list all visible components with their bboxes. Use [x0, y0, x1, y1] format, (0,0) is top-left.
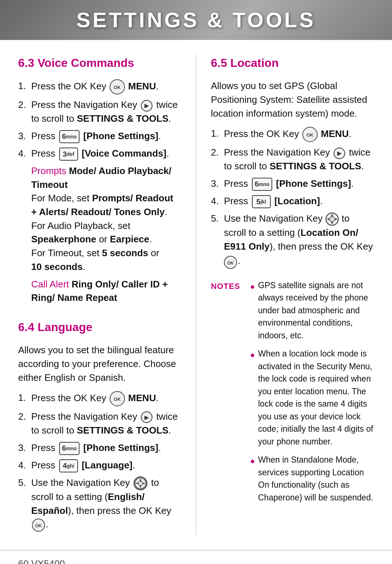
- kbd-6mno-2: 6mno: [59, 442, 80, 455]
- ok-key-small-2: OK: [224, 256, 237, 269]
- ok-key-icon: OK: [110, 79, 125, 94]
- step-64-3-text: Press 6mno [Phone Settings].: [31, 441, 161, 455]
- step-64-5-text: Use the Navigation Key to scroll to a se…: [31, 476, 181, 532]
- page-footer: 60 VX5400: [0, 550, 392, 564]
- main-content: 6.3 Voice Commands 1. Press the OK Key O…: [0, 40, 392, 550]
- note-bullet-2: ●: [250, 349, 258, 361]
- step-65-2-text: Press the Navigation Key ▶ twice to scro…: [224, 146, 374, 173]
- kbd-6mno-3: 6mno: [252, 178, 273, 191]
- step-63-1-text: Press the OK Key OK MENU.: [31, 79, 159, 94]
- ok-key-icon-3: OK: [302, 127, 318, 142]
- step-63-4-num: 4.: [18, 147, 31, 161]
- for-audio-text: For Audio Playback, setSpeakerphone or E…: [31, 220, 152, 245]
- step-65-4-text: Press 5jkl [Location].: [224, 194, 323, 208]
- column-divider: [196, 55, 196, 535]
- note-item-3: ● When in Standalone Mode, services supp…: [250, 454, 374, 504]
- step-63-1: 1. Press the OK Key OK MENU.: [18, 79, 181, 94]
- nav-key-icon-3: ▶: [334, 148, 345, 159]
- step-63-2-num: 2.: [18, 98, 31, 112]
- step-64-3-num: 3.: [18, 441, 31, 455]
- kbd-6mno: 6mno: [59, 130, 80, 143]
- note-item-2: ● When a location lock mode is activated…: [250, 347, 374, 448]
- section-65-intro: Allows you to set GPS (Global Positionin…: [211, 79, 374, 120]
- ok-key-icon-2: OK: [110, 391, 125, 406]
- step-65-5-text: Use the Navigation Key to scroll to a se…: [224, 212, 374, 269]
- section-64-intro: Allows you to set the bilingual feature …: [18, 343, 181, 384]
- page-number: 60 VX5400: [18, 558, 65, 564]
- step-64-2: 2. Press the Navigation Key ▶ twice to s…: [18, 410, 181, 437]
- notes-section: NOTES ● GPS satellite signals are not al…: [211, 279, 374, 510]
- step-65-1-num: 1.: [211, 127, 224, 141]
- step-64-1: 1. Press the OK Key OK MENU.: [18, 391, 181, 406]
- step-64-4: 4. Press 4ghi [Language].: [18, 459, 181, 472]
- notes-label: NOTES: [211, 279, 244, 510]
- step-65-2-num: 2.: [211, 146, 224, 160]
- step-63-3: 3. Press 6mno [Phone Settings].: [18, 129, 181, 143]
- step-65-3-text: Press 6mno [Phone Settings].: [224, 177, 354, 191]
- kbd-5jkl: 5jkl: [252, 195, 271, 208]
- svg-point-1: [138, 481, 143, 486]
- step-65-5-num: 5.: [211, 212, 224, 226]
- notes-items: ● GPS satellite signals are not always r…: [250, 279, 374, 510]
- step-63-2-text: Press the Navigation Key ▶ twice to scro…: [31, 98, 181, 125]
- step-63-3-text: Press 6mno [Phone Settings].: [31, 129, 161, 143]
- step-65-5: 5. Use the Navigation Key to scro: [211, 212, 374, 269]
- step-65-2: 2. Press the Navigation Key ▶ twice to s…: [211, 146, 374, 173]
- note-text-2: When a location lock mode is activated i…: [258, 347, 374, 448]
- note-bullet-1: ●: [250, 281, 258, 293]
- call-alert-block: Call Alert Ring Only/ Caller ID + Ring/ …: [31, 278, 181, 305]
- step-65-1: 1. Press the OK Key OK MENU.: [211, 127, 374, 142]
- nav-circle-key-1: [134, 476, 147, 490]
- right-column: 6.5 Location Allows you to set GPS (Glob…: [211, 55, 374, 535]
- step-64-5-num: 5.: [18, 476, 31, 490]
- kbd-4ghi: 4ghi: [59, 459, 78, 472]
- step-63-3-num: 3.: [18, 129, 31, 143]
- section-64-title: 6.4 Language: [18, 319, 181, 335]
- step-63-4: 4. Press 3def [Voice Commands].: [18, 147, 181, 161]
- step-64-3: 3. Press 6mno [Phone Settings].: [18, 441, 181, 455]
- prompts-label: Prompts: [31, 165, 66, 176]
- step-63-4-text: Press 3def [Voice Commands].: [31, 147, 169, 161]
- step-63-1-num: 1.: [18, 79, 31, 93]
- step-63-2: 2. Press the Navigation Key ▶ twice to s…: [18, 98, 181, 125]
- step-65-3-num: 3.: [211, 177, 224, 191]
- step-64-2-text: Press the Navigation Key ▶ twice to scro…: [31, 410, 181, 437]
- page-header: SETTINGS & TOOLS: [0, 0, 392, 40]
- step-64-2-num: 2.: [18, 410, 31, 424]
- left-column: 6.3 Voice Commands 1. Press the OK Key O…: [18, 55, 181, 535]
- section-63-title: 6.3 Voice Commands: [18, 55, 181, 71]
- step-64-1-num: 1.: [18, 391, 31, 405]
- step-64-4-num: 4.: [18, 459, 31, 472]
- note-bullet-3: ●: [250, 455, 258, 467]
- prompts-block: Prompts Mode/ Audio Playback/ Timeout Fo…: [31, 164, 181, 274]
- note-item-1: ● GPS satellite signals are not always r…: [250, 279, 374, 342]
- nav-key-icon: ▶: [141, 100, 152, 112]
- ok-key-small-1: OK: [32, 519, 45, 532]
- step-65-1-text: Press the OK Key OK MENU.: [224, 127, 351, 142]
- step-65-3: 3. Press 6mno [Phone Settings].: [211, 177, 374, 191]
- step-64-1-text: Press the OK Key OK MENU.: [31, 391, 159, 406]
- note-text-3: When in Standalone Mode, services suppor…: [258, 454, 374, 504]
- section-64: 6.4 Language Allows you to set the bilin…: [18, 319, 181, 532]
- for-mode-text: For Mode, set Prompts/ Readout + Alerts/…: [31, 193, 173, 217]
- section-65: 6.5 Location Allows you to set GPS (Glob…: [211, 55, 374, 509]
- note-text-1: GPS satellite signals are not always rec…: [258, 279, 374, 342]
- call-alert-label: Call Alert: [31, 279, 69, 290]
- step-64-4-text: Press 4ghi [Language].: [31, 459, 135, 472]
- step-65-4: 4. Press 5jkl [Location].: [211, 194, 374, 208]
- step-65-4-num: 4.: [211, 194, 224, 208]
- nav-key-icon-2: ▶: [141, 411, 152, 423]
- step-64-5: 5. Use the Navigation Key to scroll to a…: [18, 476, 181, 532]
- header-title: SETTINGS & TOOLS: [77, 5, 316, 35]
- svg-point-7: [330, 217, 335, 222]
- nav-circle-key-2: [325, 212, 339, 226]
- kbd-3def: 3def: [59, 148, 78, 161]
- for-timeout-text: For Timeout, set 5 seconds or10 seconds.: [31, 247, 159, 272]
- section-63: 6.3 Voice Commands 1. Press the OK Key O…: [18, 55, 181, 305]
- section-65-title: 6.5 Location: [211, 55, 374, 71]
